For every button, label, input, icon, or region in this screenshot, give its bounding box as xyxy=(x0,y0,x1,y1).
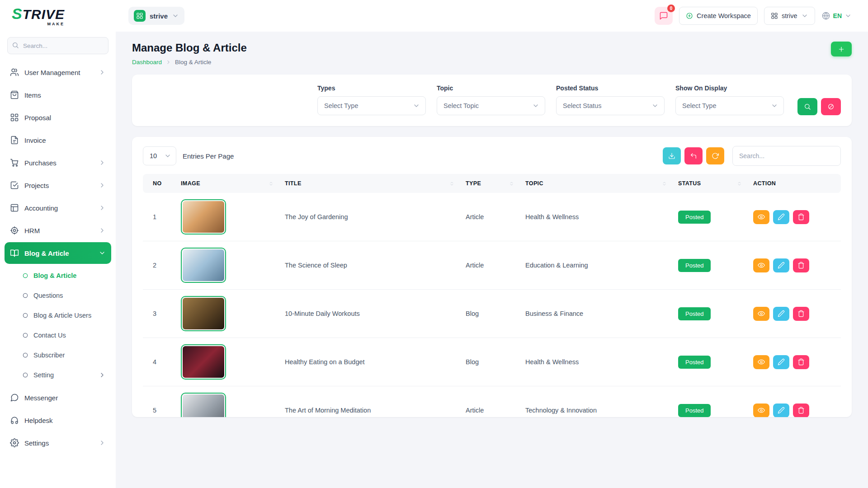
check-square-icon xyxy=(10,181,19,190)
edit-button[interactable] xyxy=(773,307,789,321)
row-actions xyxy=(753,210,835,224)
export-button[interactable] xyxy=(663,147,681,164)
column-header-action: ACTION xyxy=(748,174,841,193)
sidebar-item-purchases[interactable]: Purchases xyxy=(5,152,111,174)
sidebar-item-hrm[interactable]: HRM xyxy=(5,220,111,241)
submenu-item-blog-article[interactable]: Blog & Article xyxy=(16,266,111,286)
apply-filter-button[interactable] xyxy=(797,98,817,115)
workspace-icon xyxy=(134,10,146,22)
eye-icon xyxy=(758,358,765,366)
sort-icon[interactable] xyxy=(268,181,274,187)
sidebar-item-label: Accounting xyxy=(24,204,93,212)
sidebar-nav: User Management Items Proposal Invoice P… xyxy=(0,61,116,488)
page-header: Manage Blog & Article Dashboard Blog & A… xyxy=(132,42,852,66)
row-title: The Joy of Gardening xyxy=(279,193,460,241)
trash-icon xyxy=(797,310,805,317)
reset-filter-button[interactable] xyxy=(821,98,841,115)
language-selector[interactable]: EN xyxy=(821,11,852,20)
column-header-image[interactable]: IMAGE xyxy=(175,174,279,193)
view-button[interactable] xyxy=(753,307,769,321)
sort-icon[interactable] xyxy=(736,181,742,187)
edit-button[interactable] xyxy=(773,404,789,418)
sidebar-item-invoice[interactable]: Invoice xyxy=(5,129,111,151)
create-workspace-button[interactable]: Create Workspace xyxy=(679,7,758,25)
circle-icon xyxy=(22,312,29,319)
submenu-item-subscriber[interactable]: Subscriber xyxy=(16,345,111,365)
submenu-item-blog-article-users[interactable]: Blog & Article Users xyxy=(16,305,111,325)
delete-button[interactable] xyxy=(793,258,809,272)
row-image-photo xyxy=(183,394,224,417)
reset-icon xyxy=(827,103,835,110)
sidebar-item-blog-article[interactable]: Blog & Article xyxy=(5,242,111,264)
column-header-topic[interactable]: TOPIC xyxy=(520,174,673,193)
account-menu-button[interactable]: strive xyxy=(764,7,815,25)
filter-label: Posted Status xyxy=(556,84,665,92)
sidebar-item-proposal[interactable]: Proposal xyxy=(5,107,111,128)
chevron-down-icon xyxy=(413,102,420,109)
table-controls: 10 Entries Per Page xyxy=(143,146,841,166)
submenu-item-questions[interactable]: Questions xyxy=(16,286,111,305)
undo-button[interactable] xyxy=(684,147,703,164)
workspace-selector[interactable]: strive xyxy=(128,7,184,25)
posted-status-select[interactable]: Select Status xyxy=(556,96,665,115)
row-image[interactable] xyxy=(181,248,226,283)
sidebar-item-settings[interactable]: Settings xyxy=(5,432,111,454)
chevron-right-icon xyxy=(99,159,106,166)
sidebar-search xyxy=(7,37,108,54)
row-actions xyxy=(753,355,835,369)
sidebar-item-accounting[interactable]: Accounting xyxy=(5,197,111,219)
topic-select[interactable]: Select Topic xyxy=(437,96,545,115)
refresh-button[interactable] xyxy=(706,147,724,164)
row-image[interactable] xyxy=(181,393,226,417)
sidebar-item-projects[interactable]: Projects xyxy=(5,174,111,196)
topbar: strive 0 Create Workspace strive xyxy=(116,0,868,32)
delete-button[interactable] xyxy=(793,210,809,224)
entries-per-page-select[interactable]: 10 xyxy=(143,146,176,165)
breadcrumb-dashboard-link[interactable]: Dashboard xyxy=(132,59,162,66)
sidebar-item-helpdesk[interactable]: Helpdesk xyxy=(5,409,111,431)
status-badge: Posted xyxy=(678,404,711,417)
table-row: 5 The Art of Morning Meditation Article … xyxy=(143,386,841,418)
view-button[interactable] xyxy=(753,210,769,224)
sidebar-item-label: Invoice xyxy=(24,136,106,144)
submenu-item-label: Subscriber xyxy=(33,352,65,359)
column-header-type[interactable]: TYPE xyxy=(460,174,520,193)
show-on-display-select[interactable]: Select Type xyxy=(675,96,784,115)
submenu-item-setting[interactable]: Setting xyxy=(16,365,111,385)
table-search xyxy=(732,146,841,166)
row-image[interactable] xyxy=(181,296,226,331)
row-image[interactable] xyxy=(181,199,226,235)
trash-icon xyxy=(797,407,805,414)
chevron-down-icon xyxy=(801,12,808,19)
row-topic: Technology & Innovation xyxy=(520,386,673,418)
sidebar-item-user-management[interactable]: User Management xyxy=(5,61,111,83)
row-title: 10-Minute Daily Workouts xyxy=(279,290,460,338)
column-header-title[interactable]: TITLE xyxy=(279,174,460,193)
table-search-input[interactable] xyxy=(732,146,841,166)
chat-button[interactable]: 0 xyxy=(655,7,673,25)
sort-icon[interactable] xyxy=(661,181,667,187)
sidebar-item-items[interactable]: Items xyxy=(5,84,111,106)
edit-button[interactable] xyxy=(773,210,789,224)
sort-icon[interactable] xyxy=(509,181,514,187)
brand-logo[interactable]: STRIVE MAKE xyxy=(0,0,116,32)
delete-button[interactable] xyxy=(793,404,809,418)
submenu-item-contact-us[interactable]: Contact Us xyxy=(16,325,111,345)
add-blog-button[interactable] xyxy=(831,42,852,56)
view-button[interactable] xyxy=(753,258,769,272)
status-badge: Posted xyxy=(678,259,711,272)
sidebar-item-messenger[interactable]: Messenger xyxy=(5,387,111,408)
sidebar-search-input[interactable] xyxy=(7,37,108,54)
view-button[interactable] xyxy=(753,404,769,418)
sort-icon[interactable] xyxy=(449,181,455,187)
chevron-right-icon xyxy=(99,227,106,234)
column-header-status[interactable]: STATUS xyxy=(673,174,748,193)
edit-button[interactable] xyxy=(773,258,789,272)
submenu-item-label: Blog & Article Users xyxy=(33,312,91,319)
view-button[interactable] xyxy=(753,355,769,369)
delete-button[interactable] xyxy=(793,355,809,369)
delete-button[interactable] xyxy=(793,307,809,321)
types-select[interactable]: Select Type xyxy=(317,96,426,115)
row-image[interactable] xyxy=(181,344,226,380)
edit-button[interactable] xyxy=(773,355,789,369)
